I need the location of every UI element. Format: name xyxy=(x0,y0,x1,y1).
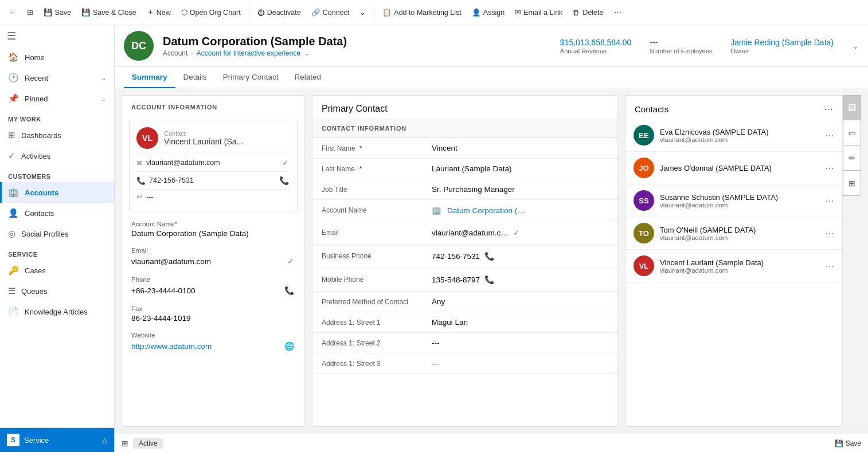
contact-jo-menu-button[interactable]: ⋯ xyxy=(825,163,834,174)
sidebar-item-social-profiles[interactable]: ◎ Social Profiles xyxy=(0,223,114,244)
contact-firstname-row: First Name * Vincent xyxy=(312,138,617,159)
sidebar-hamburger[interactable]: ☰ xyxy=(0,25,114,47)
my-work-section: My Work xyxy=(0,109,114,125)
avatar-jo: JO xyxy=(634,158,654,178)
separator xyxy=(249,6,249,19)
annual-revenue-meta: $15,013,658,584.00 Annual Revenue xyxy=(560,38,632,54)
contacts-panel-tools: ⋯ xyxy=(824,104,833,115)
header-expand-button[interactable]: ⌄ xyxy=(852,41,859,50)
contact-info-jo: James O'donnal (SAMPLE DATA) xyxy=(660,164,819,172)
account-info-card: ACCOUNT INFORMATION VL Contact Vincent L… xyxy=(122,95,305,427)
tab-primary-contact[interactable]: Primary Contact xyxy=(215,67,287,88)
contact-info-ss: Susanne Schustin (SAMPLE DATA) vlauriant… xyxy=(660,193,819,209)
status-bar: ⊞ Active 💾 Save xyxy=(115,434,868,452)
extra-icon: ↩ xyxy=(136,192,143,201)
contact-ss-menu-button[interactable]: ⋯ xyxy=(825,195,834,206)
tab-details[interactable]: Details xyxy=(175,67,215,88)
org-chart-icon: ⬡ xyxy=(181,8,187,17)
layout-button[interactable]: ⊞ xyxy=(22,6,38,19)
sidebar-item-activities[interactable]: ✓ Activities xyxy=(0,146,114,166)
save-close-button[interactable]: 💾 Save & Close xyxy=(77,6,141,19)
email-link-button[interactable]: ✉ Email a Link xyxy=(510,6,567,19)
phone-field-action-button[interactable]: 📞 xyxy=(283,285,295,296)
contact-accountname-row: Account Name 🏢 Datum Corporation (… xyxy=(312,200,617,221)
back-icon: ← xyxy=(9,9,17,17)
avatar-to: TO xyxy=(634,223,654,243)
status-save-button[interactable]: 💾 Save xyxy=(835,439,861,447)
record-meta: $15,013,658,584.00 Annual Revenue --- Nu… xyxy=(560,38,859,54)
contact-bizphone-row: Business Phone 742-156-7531 📞 xyxy=(312,245,617,268)
sidebar-item-accounts[interactable]: 🏢 Accounts xyxy=(0,182,114,203)
sidebar-item-queues[interactable]: ☰ Queues xyxy=(0,281,114,301)
side-panel-image-button[interactable]: 🖼 xyxy=(843,95,861,120)
contact-mini-email-row: ✉ vlauriant@adatum.com ✓ xyxy=(136,154,290,171)
contact-to-menu-button[interactable]: ⋯ xyxy=(825,228,834,239)
contact-ee-menu-button[interactable]: ⋯ xyxy=(825,130,834,141)
email-link-icon: ✉ xyxy=(515,8,521,17)
main-container: ☰ 🏠 Home 🕐 Recent ⌄ 📌 Pinned ⌄ My Work ⊞… xyxy=(0,25,868,452)
email-field-action-button[interactable]: ✓ xyxy=(286,256,295,267)
primary-contact-card: Primary Contact CONTACT INFORMATION Firs… xyxy=(312,95,618,427)
sidebar-item-recent[interactable]: 🕐 Recent ⌄ xyxy=(0,68,114,88)
assign-button[interactable]: 👤 Assign xyxy=(467,6,510,19)
sidebar-item-home[interactable]: 🏠 Home xyxy=(0,47,114,68)
sidebar-item-dashboards[interactable]: ⊞ Dashboards xyxy=(0,125,114,146)
marketing-list-button[interactable]: 📋 Add to Marketing List xyxy=(378,6,466,19)
contact-vl-menu-button[interactable]: ⋯ xyxy=(825,261,834,272)
sidebar-service-nav[interactable]: S Service △ xyxy=(0,427,114,452)
tab-related[interactable]: Related xyxy=(287,67,330,88)
pin-icon: 📌 xyxy=(8,93,19,104)
dashboards-icon: ⊞ xyxy=(8,130,15,140)
contact-mobile-call-button[interactable]: 📞 xyxy=(483,274,495,285)
sidebar-item-pinned[interactable]: 📌 Pinned ⌄ xyxy=(0,88,114,109)
tab-summary[interactable]: Summary xyxy=(124,67,175,88)
avatar-ss: SS xyxy=(634,190,654,211)
contact-street1-row: Address 1: Street 1 Magui Lan xyxy=(312,312,617,333)
deactivate-button[interactable]: ⏻ Deactivate xyxy=(253,6,306,19)
contact-mini-avatar: VL xyxy=(136,127,158,149)
contact-jobtitle-row: Job Title Sr. Purchasing Manager xyxy=(312,179,617,200)
avatar-vl: VL xyxy=(634,256,654,276)
customers-section: Customers xyxy=(0,166,114,182)
contact-phone-action-button[interactable]: 📞 xyxy=(278,175,290,186)
sidebar-item-contacts[interactable]: 👤 Contacts xyxy=(0,203,114,223)
contact-preferred-contact-row: Preferred Method of Contact Any xyxy=(312,292,617,312)
record-subtitle: Account · Account for Interactive experi… xyxy=(163,49,551,57)
queues-icon: ☰ xyxy=(8,286,15,296)
side-panel-table-button[interactable]: ⊞ xyxy=(843,171,861,196)
contacts-icon: 👤 xyxy=(8,208,19,218)
contact-email-action-button[interactable]: ✓ xyxy=(281,157,290,168)
website-action-button[interactable]: 🌐 xyxy=(283,340,295,352)
side-panel-edit-button[interactable]: ✏ xyxy=(843,146,861,171)
side-panel-doc-button[interactable]: ▭ xyxy=(843,120,861,146)
overflow-menu-button[interactable]: ⋯ xyxy=(609,6,626,19)
connect-button[interactable]: 🔗 Connect xyxy=(307,6,354,19)
contact-mini-header: VL Contact Vincent Lauriant (Sa... xyxy=(136,127,290,149)
expand-form-button[interactable]: ⊞ xyxy=(122,439,128,448)
contact-email-copy-button[interactable]: ✓ xyxy=(512,227,521,238)
pinned-chevron-icon: ⌄ xyxy=(101,96,106,102)
sidebar-item-knowledge[interactable]: 📄 Knowledge Articles xyxy=(0,301,114,322)
delete-button[interactable]: 🗑 Delete xyxy=(568,6,608,19)
contact-mobilephone-row: Mobile Phone 135-548-8797 📞 xyxy=(312,268,617,292)
phone-field: Phone +86-23-4444-0100 📞 xyxy=(122,272,304,301)
contact-bizphone-call-button[interactable]: 📞 xyxy=(483,250,495,262)
overflow-icon: ⋯ xyxy=(614,8,621,17)
contacts-panel-card: Contacts ⋯ EE Eva Elznicovas (SAMPLE DAT… xyxy=(625,95,843,427)
assign-icon: 👤 xyxy=(472,8,481,17)
more-dropdown-button[interactable]: ⌄ xyxy=(355,6,370,19)
save-button[interactable]: 💾 Save xyxy=(39,6,76,19)
chevron-down-icon: ⌄ xyxy=(359,8,366,17)
contact-mini-extra-row: ↩ --- xyxy=(136,189,290,204)
subtype-chevron-icon[interactable]: ⌄ xyxy=(304,49,310,57)
side-panel-buttons: 🖼 ▭ ✏ ⊞ xyxy=(843,95,861,427)
cases-icon: 🔑 xyxy=(8,265,19,276)
new-button[interactable]: ＋ New xyxy=(142,5,175,19)
record-title-area: Datum Corporation (Sample Data) Account … xyxy=(163,35,551,57)
contacts-panel-menu-button[interactable]: ⋯ xyxy=(824,104,833,115)
status-save-icon: 💾 xyxy=(835,439,843,447)
email-icon: ✉ xyxy=(136,159,143,167)
sidebar-item-cases[interactable]: 🔑 Cases xyxy=(0,260,114,281)
org-chart-button[interactable]: ⬡ Open Org Chart xyxy=(177,6,245,19)
back-button[interactable]: ← xyxy=(5,6,21,19)
